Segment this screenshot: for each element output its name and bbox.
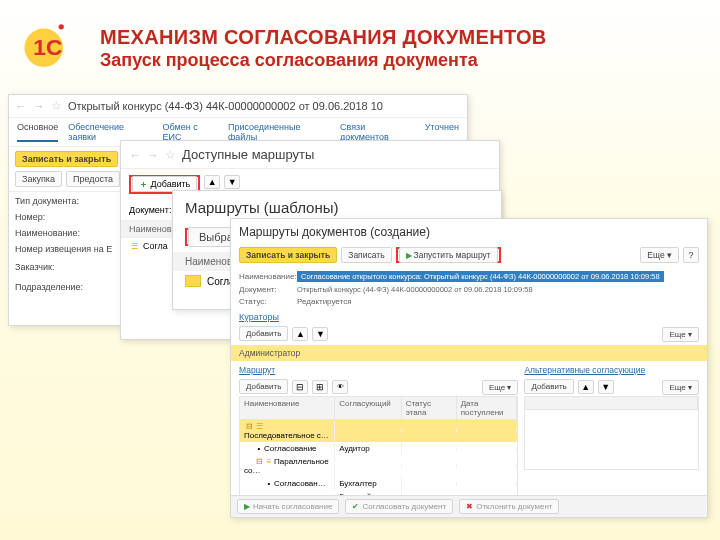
window-title: Доступные маршруты [182,147,314,162]
section-alt[interactable]: Альтернативные согласующие [524,363,699,377]
field-label: Наименование: [239,272,293,281]
alt-grid-body [524,410,699,470]
tab-1[interactable]: Обеспечение заявки [68,122,152,142]
more-button[interactable]: Еще ▾ [662,380,699,395]
run-route-button[interactable]: ▶Запустить маршрут [399,247,498,263]
section-curators[interactable]: Кураторы [231,308,707,324]
col-status: Статус этапа [402,397,457,419]
save-button[interactable]: Записать [341,247,391,263]
tab-main[interactable]: Основное [17,122,58,142]
add-curator-button[interactable]: Добавить [239,326,288,341]
section-route[interactable]: Маршрут [239,363,518,377]
table-row[interactable]: •Согласован… Бухгалтер [240,477,517,490]
nav-back-icon[interactable]: ← [129,149,141,161]
save-close-button[interactable]: Записать и закрыть [15,151,118,167]
tab-3[interactable]: Присоединенные файлы [228,122,330,142]
template-icon [185,275,201,287]
tab-2[interactable]: Обмен с ЕИС [163,122,218,142]
nav-fwd-icon[interactable]: → [33,100,45,112]
page-subtitle: Запуск процесса согласования документа [100,50,478,71]
alt-grid-header [524,396,699,410]
field-label: Статус: [239,297,293,306]
approve-button[interactable]: ✔Согласовать документ [345,499,453,514]
footer-toolbar: ▶Начать согласование ✔Согласовать докуме… [231,495,707,517]
field-label: Тип документа: [15,196,115,206]
doc-value: Открытый конкурс (44-ФЗ) 44К-00000000002… [297,285,533,294]
down-button[interactable]: ▼ [224,175,240,189]
more-button[interactable]: Еще ▾ [662,327,699,342]
field-label: Номер извещения на Е [15,244,115,254]
down-button[interactable]: ▼ [312,327,328,341]
add-step-button[interactable]: Добавить [239,379,288,394]
more-button[interactable]: Еще ▾ [640,247,679,263]
col-who: Согласующий [335,397,401,419]
table-row[interactable]: •Согласование Аудитор [240,442,517,455]
doc-label: Документ: [129,205,171,215]
col-date: Дата поступлени [457,397,518,419]
field-label: Документ: [239,285,293,294]
svg-text:1С: 1С [33,34,62,60]
star-icon[interactable]: ☆ [165,148,176,162]
up-button[interactable]: ▲ [578,380,594,394]
nav-back-icon[interactable]: ← [15,100,27,112]
down-button[interactable]: ▼ [598,380,614,394]
list-item-label: Согла [143,241,168,251]
col-name: Наименование [240,397,335,419]
add-alt-button[interactable]: Добавить [524,379,573,394]
route-icon: ☰ [129,242,139,251]
table-row[interactable]: ⊟☰Последовательное с… [240,420,517,442]
row-zakupka[interactable]: Закупка [15,171,62,187]
window-title: Маршруты документов (создание) [231,219,707,245]
field-label: Наименование: [15,228,115,238]
view-icon[interactable]: 👁 [332,380,348,394]
more-button[interactable]: Еще ▾ [482,380,519,395]
help-button[interactable]: ? [683,247,699,263]
highlight-box: ▶Запустить маршрут [396,247,501,263]
name-value[interactable]: Согласование открытого конкурса: Открыты… [297,271,664,282]
collapse-button[interactable]: ⊟ [292,380,308,394]
status-value: Редактируется [297,297,351,306]
grid-header: Наименование Согласующий Статус этапа Да… [239,396,518,420]
page-title: МЕХАНИЗМ СОГЛАСОВАНИЯ ДОКУМЕНТОВ [100,26,547,49]
field-label: Подразделение: [15,282,115,292]
field-label: Заказчик: [15,262,115,272]
reject-button[interactable]: ✖Отклонить документ [459,499,559,514]
logo-1c: 1С [14,18,70,74]
star-icon[interactable]: ☆ [51,99,62,113]
row-predosta[interactable]: Предоста [66,171,120,187]
field-label: Номер: [15,212,115,222]
tab-4[interactable]: Связи документов [340,122,415,142]
window-route-create: Маршруты документов (создание) Записать … [230,218,708,518]
tab-5[interactable]: Уточнен [425,122,459,142]
up-button[interactable]: ▲ [204,175,220,189]
expand-button[interactable]: ⊞ [312,380,328,394]
table-row[interactable]: ⊟≡Параллельное со… [240,455,517,477]
nav-fwd-icon[interactable]: → [147,149,159,161]
start-approval-button[interactable]: ▶Начать согласование [237,499,339,514]
curator-row[interactable]: Администратор [231,345,707,361]
svg-point-2 [59,24,64,29]
window-title: Открытый конкурс (44-ФЗ) 44К-00000000002… [68,100,383,112]
save-close-button[interactable]: Записать и закрыть [239,247,337,263]
up-button[interactable]: ▲ [292,327,308,341]
